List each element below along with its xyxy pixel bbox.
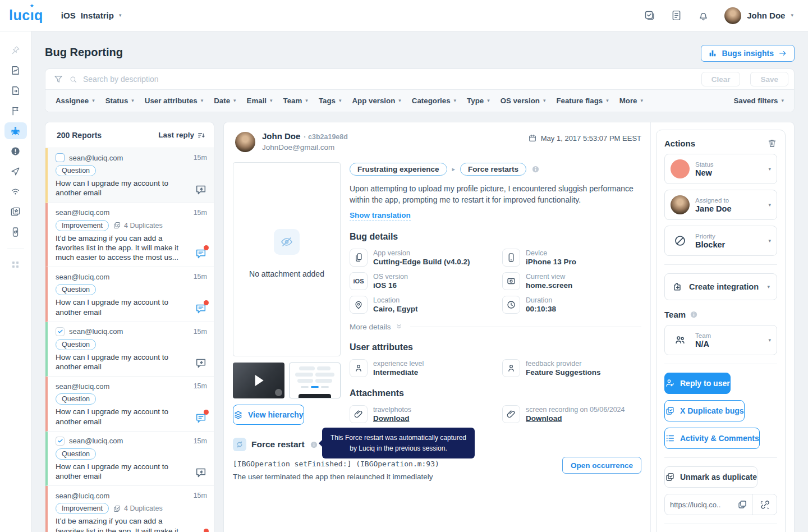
priority-select[interactable]: Priority Blocker ▾: [664, 226, 777, 256]
report-checkbox[interactable]: [56, 153, 65, 162]
filter-user-attributes[interactable]: User attributes▾: [145, 97, 203, 105]
filter-date[interactable]: Date▾: [214, 97, 236, 105]
screenshot-thumbnail[interactable]: [289, 363, 341, 398]
report-list-item[interactable]: sean@luciq.com15mImprovement4 Duplicates…: [45, 486, 214, 532]
notifications-icon[interactable]: [697, 10, 709, 21]
unlink-button[interactable]: [753, 494, 777, 515]
assignee-select[interactable]: Assigned to Jane Doe ▾: [664, 190, 777, 220]
open-occurrence-button[interactable]: Open occurrence: [562, 457, 641, 474]
docs-icon[interactable]: [671, 10, 682, 21]
filter-app-version[interactable]: App version▾: [352, 97, 401, 105]
project-switcher[interactable]: iOS Instatrip ▾: [61, 11, 122, 20]
field-value: Feature Suggestions: [526, 368, 601, 377]
report-list-item[interactable]: sean@luciq.com15mQuestionHow can I upgra…: [45, 267, 214, 322]
force-restart-description: The user terminated the app then relaunc…: [233, 473, 641, 481]
filter-feature-flags[interactable]: Feature flags▾: [556, 97, 608, 105]
status-select[interactable]: Status New ▾: [664, 154, 777, 184]
filter-tags[interactable]: Tags▾: [319, 97, 342, 105]
activity-comments-button[interactable]: Activity & Comments: [664, 428, 760, 449]
reports-panel: 200 Reports Last reply sean@luciq.com15m…: [45, 122, 214, 532]
rail-item-surveys[interactable]: [4, 163, 27, 180]
report-checkbox[interactable]: [56, 327, 65, 336]
integration-icon: [672, 281, 683, 292]
field-icon-box: [350, 405, 368, 423]
unread-chat-icon[interactable]: [195, 247, 207, 260]
info-icon[interactable]: [690, 310, 698, 319]
video-thumbnail[interactable]: [233, 363, 284, 398]
report-list-item[interactable]: sean@luciq.com15mImprovement4 Duplicates…: [45, 203, 214, 268]
filter-type[interactable]: Type▾: [467, 97, 490, 105]
copy-icon[interactable]: [737, 499, 747, 510]
trash-icon[interactable]: [767, 138, 777, 148]
filter-status[interactable]: Status▾: [105, 97, 134, 105]
luciq-logo[interactable]: lucıq: [9, 7, 43, 24]
chevrons-down-icon: [395, 323, 403, 331]
rail-item-insights[interactable]: [4, 62, 27, 79]
saved-filters[interactable]: Saved filters▾: [733, 97, 784, 105]
rail-item-network[interactable]: [4, 183, 27, 200]
rail-item-apps[interactable]: [4, 256, 27, 273]
duplicate-bugs-button[interactable]: X Duplicate bugs: [664, 400, 745, 421]
report-list-item[interactable]: sean@luciq.com15mQuestionHow can I upgra…: [45, 377, 214, 432]
filter-assignee[interactable]: Assignee▾: [56, 97, 95, 105]
unread-chat-icon[interactable]: [195, 302, 207, 315]
user-menu[interactable]: John Doe ▾: [724, 7, 793, 24]
apps-grid-icon: [10, 259, 21, 270]
subcategory-badge[interactable]: Force restarts: [460, 163, 526, 176]
rail-item-pages[interactable]: [4, 82, 27, 99]
view-hierarchy-button[interactable]: View hierarchy: [233, 405, 304, 425]
info-icon[interactable]: [531, 165, 540, 173]
more-details-toggle[interactable]: More details: [350, 323, 641, 331]
filter-categories[interactable]: Categories▾: [412, 97, 456, 105]
rail-item-pin[interactable]: [4, 42, 27, 58]
category-badge[interactable]: Frustrating experience: [350, 163, 447, 176]
show-translation-link[interactable]: Show translation: [350, 211, 411, 221]
reply-icon[interactable]: [195, 184, 207, 196]
search-input[interactable]: [83, 75, 691, 84]
rail-item-crashes[interactable]: [4, 143, 27, 159]
paperclip-icon: [506, 409, 516, 419]
duplicates-icon: [113, 221, 121, 230]
reply-icon[interactable]: [195, 357, 207, 369]
tasks-icon[interactable]: [644, 10, 655, 21]
filter-funnel-icon[interactable]: [53, 74, 63, 84]
filter-team[interactable]: Team▾: [283, 97, 308, 105]
clear-filters-button[interactable]: Clear: [701, 72, 741, 86]
download-link[interactable]: Download: [526, 414, 625, 423]
report-email: sean@luciq.com: [69, 154, 123, 162]
chevron-down-icon: ▾: [119, 13, 122, 18]
detail-field: feedback providerFeature Suggestions: [502, 359, 641, 377]
report-list-item[interactable]: sean@luciq.com15mQuestionHow can I upgra…: [45, 432, 214, 487]
share-url-field[interactable]: https://luciq.co..: [665, 494, 753, 515]
info-icon[interactable]: [310, 441, 318, 449]
bugs-insights-button[interactable]: Bugs insights: [701, 45, 795, 62]
field-icon-box: [502, 405, 520, 423]
filter-more[interactable]: More▾: [619, 97, 643, 105]
download-link[interactable]: Download: [373, 414, 411, 423]
team-select[interactable]: Team N/A ▾: [664, 325, 777, 355]
bug-details-grid: App versionCutting-Edge Build (v4.0.2)De…: [350, 249, 641, 314]
save-filters-button[interactable]: Save: [750, 72, 788, 86]
chevron-down-icon: ▾: [305, 98, 308, 103]
rail-item-sessions[interactable]: [4, 223, 27, 240]
reply-icon[interactable]: [195, 466, 207, 479]
detail-field: Current viewhome.screen: [502, 272, 641, 290]
filter-email[interactable]: Email▾: [247, 97, 273, 105]
create-integration-select[interactable]: Create integration ▾: [664, 273, 777, 300]
reply-to-user-button[interactable]: Reply to user: [664, 373, 731, 394]
actions-card: Actions Status New ▾ Assigned to Jane: [656, 130, 786, 532]
sort-control[interactable]: Last reply: [158, 131, 206, 140]
rail-item-bugs[interactable]: [4, 122, 27, 139]
reporter-uid: c3b2a19e8d: [304, 133, 348, 141]
report-date: May 1, 2017 5:53:07 PM EEST: [528, 134, 641, 143]
rail-item-flags[interactable]: [4, 102, 27, 119]
force-restart-section: Force restart This Force restart was aut…: [233, 431, 641, 481]
report-list-item[interactable]: sean@luciq.com15mQuestionHow can I upgra…: [45, 322, 214, 377]
unread-chat-icon[interactable]: [195, 412, 207, 424]
team-value: N/A: [695, 340, 763, 348]
unmark-duplicate-button[interactable]: Unmark as duplicate: [664, 466, 758, 488]
rail-item-features[interactable]: [4, 203, 27, 220]
filter-os-version[interactable]: OS version▾: [501, 97, 546, 105]
report-list-item[interactable]: sean@luciq.com15mQuestionHow can I upgra…: [45, 148, 214, 203]
report-checkbox[interactable]: [56, 437, 65, 446]
